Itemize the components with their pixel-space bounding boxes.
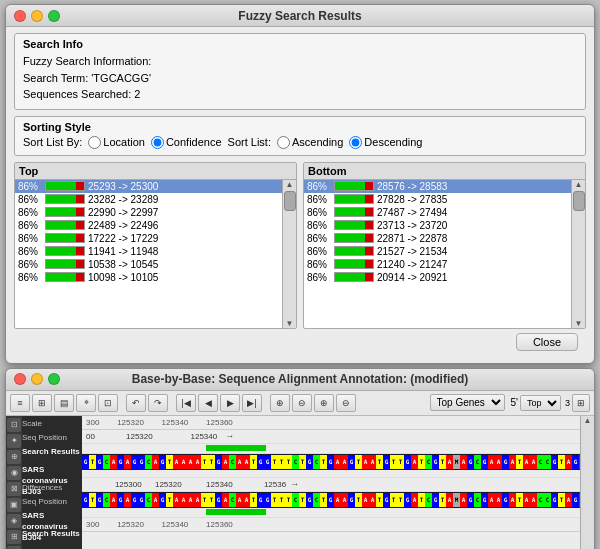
ascending-radio-label[interactable]: Ascending <box>277 136 343 149</box>
toolbar-btn-zoom4[interactable]: ⊖ <box>336 394 356 412</box>
top-result-row[interactable]: 86% 10098 -> 10105 <box>15 271 282 284</box>
toolbar-btn-2[interactable]: ⊞ <box>32 394 52 412</box>
nt: T <box>299 493 306 507</box>
sidebar-icon-6[interactable]: ▣ <box>7 498 21 512</box>
bottom-result-row[interactable]: 86% 20914 -> 20921 <box>304 271 571 284</box>
toolbar-btn-undo[interactable]: ↶ <box>126 394 146 412</box>
scroll-down-arrow[interactable]: ▼ <box>572 319 586 328</box>
location-radio-label[interactable]: Location <box>88 136 145 149</box>
location-radio[interactable] <box>88 136 101 149</box>
close-traffic-light[interactable] <box>14 10 26 22</box>
confidence-radio[interactable] <box>151 136 164 149</box>
bottom-result-row[interactable]: 86% 28576 -> 28583 <box>304 180 571 193</box>
nt: A <box>495 455 502 469</box>
nt: A <box>334 455 341 469</box>
max-traffic-light[interactable] <box>48 10 60 22</box>
toolbar-btn-redo[interactable]: ↷ <box>148 394 168 412</box>
top-result-row[interactable]: 86% 17222 -> 17229 <box>15 232 282 245</box>
scroll-up-arrow[interactable]: ▲ <box>572 180 586 189</box>
result-pct: 86% <box>307 259 331 270</box>
top-result-row[interactable]: 86% 25293 -> 25300 <box>15 180 282 193</box>
sidebar-icon-4[interactable]: ◉ <box>7 466 21 480</box>
nt: A <box>334 493 341 507</box>
bottom-result-row[interactable]: 86% 27828 -> 27835 <box>304 193 571 206</box>
ascending-radio[interactable] <box>277 136 290 149</box>
sidebar-icon-8[interactable]: ⊞ <box>7 530 21 544</box>
nt: A <box>565 455 572 469</box>
toolbar-btn-zoom1[interactable]: ⊕ <box>270 394 290 412</box>
nt: T <box>320 493 327 507</box>
nt: G <box>432 455 439 469</box>
toolbar-btn-start[interactable]: |◀ <box>176 394 196 412</box>
top-genes-select[interactable]: Top Genes <box>430 394 505 411</box>
scroll-down-arrow[interactable]: ▼ <box>283 319 297 328</box>
bottom-result-row[interactable]: 86% 27487 -> 27494 <box>304 206 571 219</box>
right-scrollbar[interactable]: ▲ ▼ <box>580 416 594 550</box>
scrollbar-thumb[interactable] <box>284 191 296 211</box>
nt: A <box>173 455 180 469</box>
bottom-bar: Close <box>14 329 586 357</box>
top-results-rows: 86% 25293 -> 25300 86% <box>15 180 282 328</box>
nt: A <box>152 455 159 469</box>
toolbar-btn-4[interactable]: ⌖ <box>76 394 96 412</box>
descending-radio[interactable] <box>349 136 362 149</box>
scrollbar-thumb[interactable] <box>573 191 585 211</box>
ruler-track-bottom: 300 125320 125340 125360 <box>82 518 580 532</box>
sidebar-icon-3[interactable]: ⊕ <box>7 450 21 464</box>
bottom-result-row[interactable]: 86% 22871 -> 22878 <box>304 232 571 245</box>
top-result-row[interactable]: 86% 22489 -> 22496 <box>15 219 282 232</box>
location-label: Location <box>103 136 145 148</box>
scroll-up-arrow[interactable]: ▲ <box>283 180 297 189</box>
bottom-result-row[interactable]: 86% 21527 -> 21534 <box>304 245 571 258</box>
sidebar-icon-2[interactable]: ✦ <box>7 434 21 448</box>
sidebar-icon-5[interactable]: ⊠ <box>7 482 21 496</box>
sidebar-icon-9[interactable]: ⊟ <box>7 546 21 550</box>
track-label-seqpos1: Seq Position <box>22 430 82 444</box>
toolbar-btn-3[interactable]: ▤ <box>54 394 74 412</box>
toolbar-btn-prev[interactable]: ◀ <box>198 394 218 412</box>
nt: T <box>278 493 285 507</box>
top-result-row[interactable]: 86% 23282 -> 23289 <box>15 193 282 206</box>
nt: T <box>201 455 208 469</box>
scale-label: Scale <box>22 419 42 428</box>
toolbar-btn-5[interactable]: ⊡ <box>98 394 118 412</box>
min-traffic-light[interactable] <box>31 10 43 22</box>
result-pct: 86% <box>307 181 331 192</box>
bottom-result-row[interactable]: 86% 21240 -> 21247 <box>304 258 571 271</box>
toolbar-btn-next[interactable]: ▶ <box>220 394 240 412</box>
top-result-row[interactable]: 86% 11941 -> 11948 <box>15 245 282 258</box>
result-pct: 86% <box>18 194 42 205</box>
nt: G <box>131 493 138 507</box>
confidence-radio-label[interactable]: Confidence <box>151 136 222 149</box>
descending-radio-label[interactable]: Descending <box>349 136 422 149</box>
nt: T <box>299 455 306 469</box>
toolbar-btn-1[interactable]: ≡ <box>10 394 30 412</box>
close-traffic-light-2[interactable] <box>14 373 26 385</box>
nt: C <box>544 493 551 507</box>
seq-pos-value-2: 125300 125320 125340 12536 <box>86 480 286 489</box>
confidence-label: Confidence <box>166 136 222 148</box>
sidebar-icon-1[interactable]: ⊡ <box>7 418 21 432</box>
result-bar <box>45 259 85 269</box>
top-small-select[interactable]: Top <box>520 395 561 411</box>
toolbar-btn-extra[interactable]: ⊞ <box>572 394 590 412</box>
nt: G <box>138 455 145 469</box>
toolbar-btn-zoom2[interactable]: ⊖ <box>292 394 312 412</box>
nt: G <box>215 493 222 507</box>
result-range: 27487 -> 27494 <box>377 207 568 218</box>
close-button[interactable]: Close <box>516 333 578 351</box>
nt: T <box>278 455 285 469</box>
top-scrollbar[interactable]: ▲ ▼ <box>282 180 296 328</box>
max-traffic-light-2[interactable] <box>48 373 60 385</box>
top-result-row[interactable]: 86% 10538 -> 10545 <box>15 258 282 271</box>
bottom-scrollbar[interactable]: ▲ ▼ <box>571 180 585 328</box>
scroll-up-right[interactable]: ▲ <box>581 416 595 425</box>
min-traffic-light-2[interactable] <box>31 373 43 385</box>
track-label-scale2: Scale <box>22 544 82 550</box>
bottom-result-row[interactable]: 86% 23713 -> 23720 <box>304 219 571 232</box>
nt: A <box>341 493 348 507</box>
top-result-row[interactable]: 86% 22990 -> 22997 <box>15 206 282 219</box>
sidebar-icon-7[interactable]: ◈ <box>7 514 21 528</box>
toolbar-btn-end[interactable]: ▶| <box>242 394 262 412</box>
toolbar-btn-zoom3[interactable]: ⊕ <box>314 394 334 412</box>
